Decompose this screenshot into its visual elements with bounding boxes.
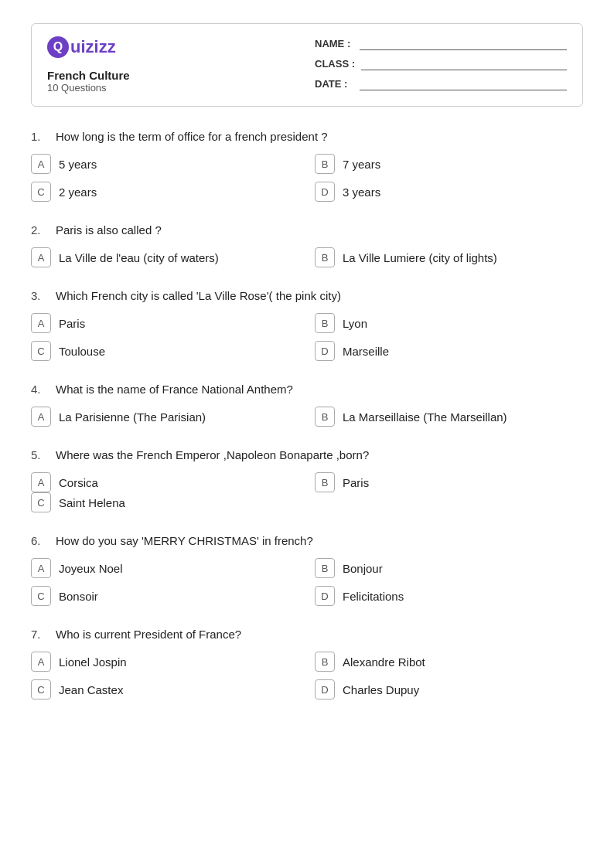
answer-label-4-a: A bbox=[31, 407, 51, 427]
answer-text-7-a: Lionel Jospin bbox=[59, 655, 127, 669]
question-2-answers: ALa Ville de l'eau (city of waters)BLa V… bbox=[31, 247, 583, 267]
answer-text-1-a: 5 years bbox=[59, 158, 97, 171]
name-line bbox=[360, 36, 567, 50]
answer-label-2-b: B bbox=[315, 247, 335, 267]
answer-1-b: B7 years bbox=[315, 154, 583, 174]
date-label: DATE : bbox=[315, 78, 353, 90]
header: Quizizz French Culture 10 Questions NAME… bbox=[31, 23, 583, 107]
answer-label-6-c: C bbox=[31, 586, 51, 606]
date-field-row: DATE : bbox=[315, 77, 567, 90]
question-3-number: 3. bbox=[31, 289, 49, 302]
answer-4-b: BLa Marseillaise (The Marseillan) bbox=[315, 407, 583, 427]
answer-text-3-b: Lyon bbox=[343, 317, 367, 330]
answer-text-6-a: Joyeux Noel bbox=[59, 562, 123, 575]
question-1-number: 1. bbox=[31, 130, 49, 143]
answer-text-2-a: La Ville de l'eau (city of waters) bbox=[59, 251, 219, 264]
question-3-answers: AParisBLyonCToulouseDMarseille bbox=[31, 313, 583, 361]
question-1-body: How long is the term of office for a fre… bbox=[56, 130, 328, 143]
header-right: NAME : CLASS : DATE : bbox=[299, 36, 567, 94]
answer-label-3-d: D bbox=[315, 341, 335, 361]
question-5-text: 5.Where was the French Emperor ,Napoleon… bbox=[31, 448, 583, 461]
answer-label-4-b: B bbox=[315, 407, 335, 427]
answer-5-a: ACorsica bbox=[31, 472, 299, 492]
question-1-text: 1.How long is the term of office for a f… bbox=[31, 130, 583, 143]
answer-text-7-d: Charles Dupuy bbox=[343, 683, 419, 696]
answer-label-3-c: C bbox=[31, 341, 51, 361]
answer-text-3-a: Paris bbox=[59, 317, 85, 330]
quizizz-logo: Quizizz bbox=[47, 36, 299, 58]
answer-label-3-a: A bbox=[31, 313, 51, 333]
question-4-body: What is the name of France National Anth… bbox=[56, 383, 293, 396]
answer-text-2-b: La Ville Lumiere (city of lights) bbox=[343, 251, 497, 264]
answer-text-5-c: Saint Helena bbox=[59, 496, 125, 509]
answer-text-3-c: Toulouse bbox=[59, 345, 105, 358]
quiz-title: French Culture bbox=[47, 69, 299, 82]
answer-text-5-a: Corsica bbox=[59, 476, 98, 489]
header-left: Quizizz French Culture 10 Questions bbox=[47, 36, 299, 94]
question-6-text: 6.How do you say 'MERRY CHRISTMAS' in fr… bbox=[31, 534, 583, 547]
question-6-answers: AJoyeux NoelBBonjourCBonsoirDFelicitatio… bbox=[31, 558, 583, 606]
answer-1-d: D3 years bbox=[315, 182, 583, 202]
question-6: 6.How do you say 'MERRY CHRISTMAS' in fr… bbox=[31, 534, 583, 606]
answer-label-1-c: C bbox=[31, 182, 51, 202]
answer-label-3-b: B bbox=[315, 313, 335, 333]
question-7-number: 7. bbox=[31, 628, 49, 641]
answer-label-1-d: D bbox=[315, 182, 335, 202]
class-line bbox=[361, 56, 567, 70]
answer-text-7-b: Alexandre Ribot bbox=[343, 655, 425, 669]
question-4-number: 4. bbox=[31, 383, 49, 396]
question-2-number: 2. bbox=[31, 223, 49, 237]
answer-7-d: DCharles Dupuy bbox=[315, 679, 583, 700]
answer-5-c: CSaint Helena bbox=[31, 492, 299, 512]
answer-4-a: ALa Parisienne (The Parisian) bbox=[31, 407, 299, 427]
answer-label-6-b: B bbox=[315, 558, 335, 578]
answer-label-1-b: B bbox=[315, 154, 335, 174]
answer-3-d: DMarseille bbox=[315, 341, 583, 361]
date-line bbox=[360, 77, 567, 90]
question-4-answers: ALa Parisienne (The Parisian)BLa Marseil… bbox=[31, 407, 583, 427]
answer-3-b: BLyon bbox=[315, 313, 583, 333]
answer-6-d: DFelicitations bbox=[315, 586, 583, 606]
answer-2-a: ALa Ville de l'eau (city of waters) bbox=[31, 247, 299, 267]
logo-q-icon: Q bbox=[47, 36, 69, 58]
answer-label-5-a: A bbox=[31, 472, 51, 492]
answer-text-1-d: 3 years bbox=[343, 186, 380, 199]
answer-label-7-b: B bbox=[315, 652, 335, 672]
answer-1-c: C2 years bbox=[31, 182, 299, 202]
question-4-text: 4.What is the name of France National An… bbox=[31, 383, 583, 396]
quiz-subtitle: 10 Questions bbox=[47, 82, 299, 94]
answer-text-6-b: Bonjour bbox=[343, 562, 383, 575]
answer-label-7-c: C bbox=[31, 679, 51, 700]
answer-6-c: CBonsoir bbox=[31, 586, 299, 606]
question-5-answers-extra: CSaint Helena bbox=[31, 492, 583, 512]
answer-5-b: BParis bbox=[315, 472, 583, 492]
answer-text-5-b: Paris bbox=[343, 476, 369, 489]
answer-7-a: ALionel Jospin bbox=[31, 652, 299, 672]
answer-label-5-b: B bbox=[315, 472, 335, 492]
answer-3-c: CToulouse bbox=[31, 341, 299, 361]
question-1: 1.How long is the term of office for a f… bbox=[31, 130, 583, 202]
question-7-body: Who is current President of France? bbox=[56, 628, 241, 641]
answer-label-6-d: D bbox=[315, 586, 335, 606]
answer-3-a: AParis bbox=[31, 313, 299, 333]
answer-text-4-a: La Parisienne (The Parisian) bbox=[59, 410, 206, 424]
answer-label-5-c: C bbox=[31, 492, 51, 512]
name-label: NAME : bbox=[315, 38, 353, 49]
question-2-text: 2.Paris is also called ? bbox=[31, 223, 583, 237]
question-3: 3.Which French city is called 'La Ville … bbox=[31, 289, 583, 361]
class-field-row: CLASS : bbox=[315, 56, 567, 70]
answer-2-b: BLa Ville Lumiere (city of lights) bbox=[315, 247, 583, 267]
question-4: 4.What is the name of France National An… bbox=[31, 383, 583, 427]
answer-text-1-b: 7 years bbox=[343, 158, 380, 171]
answer-label-2-a: A bbox=[31, 247, 51, 267]
name-field-row: NAME : bbox=[315, 36, 567, 50]
question-7-answers: ALionel JospinBAlexandre RibotCJean Cast… bbox=[31, 652, 583, 700]
answer-text-6-c: Bonsoir bbox=[59, 590, 98, 603]
questions-container: 1.How long is the term of office for a f… bbox=[31, 130, 583, 700]
question-6-body: How do you say 'MERRY CHRISTMAS' in fren… bbox=[56, 534, 313, 547]
question-5-body: Where was the French Emperor ,Napoleon B… bbox=[56, 448, 369, 461]
answer-text-3-d: Marseille bbox=[343, 345, 389, 358]
answer-1-a: A5 years bbox=[31, 154, 299, 174]
answer-text-1-c: 2 years bbox=[59, 186, 97, 199]
question-6-number: 6. bbox=[31, 534, 49, 547]
